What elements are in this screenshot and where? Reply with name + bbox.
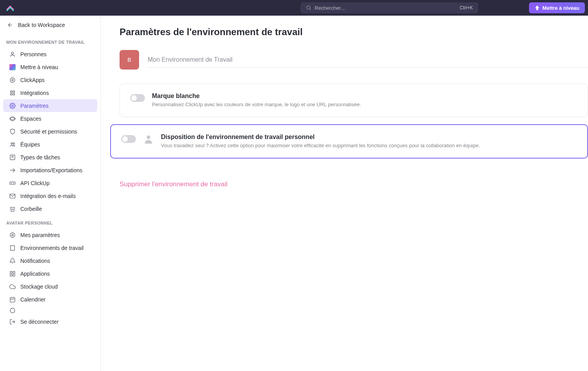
sidebar-item-integrations[interactable]: Intégrations [3, 86, 97, 99]
svg-point-6 [12, 105, 13, 107]
sidebar-item-trash[interactable]: Corbeille [3, 202, 97, 215]
setting-title: Disposition de l'environnement de travai… [161, 134, 577, 141]
page-title: Paramètres de l'environnement de travail [120, 27, 588, 37]
setting-description: Personnalisez ClickUp avec les couleurs … [152, 101, 577, 108]
sidebar-item-api[interactable]: API ClickUp [3, 177, 97, 189]
sidebar-item-cloud[interactable]: Stockage cloud [3, 280, 97, 293]
puzzle-icon [9, 90, 16, 96]
workspace-identity-row: B [120, 50, 588, 70]
svg-point-16 [13, 183, 14, 183]
back-to-workspace[interactable]: Back to Workspace [0, 16, 100, 34]
sidebar-item-settings[interactable]: Paramètres [3, 99, 97, 112]
sidebar-item-calendar[interactable]: Calendrier [3, 293, 97, 306]
svg-point-4 [12, 79, 13, 81]
arrow-left-icon [7, 22, 13, 28]
shield-icon [9, 128, 16, 135]
import-export-icon [9, 167, 16, 173]
setting-title: Marque blanche [152, 93, 577, 100]
app-logo-icon[interactable] [5, 3, 15, 12]
upgrade-label: Mettre à niveau [542, 5, 579, 11]
person-icon [9, 51, 16, 57]
search-icon [306, 5, 311, 11]
planet-icon [9, 116, 16, 122]
sidebar-item-mysettings[interactable]: Mes paramètres [3, 228, 97, 241]
upgrade-button[interactable]: Mettre à niveau [529, 2, 585, 13]
svg-rect-25 [13, 271, 15, 273]
svg-rect-20 [11, 246, 15, 250]
setting-whitelabel: Marque blanche Personnalisez ClickUp ave… [120, 84, 588, 117]
building-icon [9, 245, 16, 251]
person-silhouette-icon [143, 134, 154, 144]
grid-icon [9, 271, 16, 277]
sidebar-item-teams[interactable]: Équipes [3, 138, 97, 151]
svg-point-3 [11, 52, 13, 54]
calendar-icon [9, 296, 16, 303]
upgrade-icon [534, 5, 540, 11]
sidebar-item-security[interactable]: Sécurité et permissions [3, 125, 97, 138]
workspace-avatar[interactable]: B [120, 50, 139, 70]
setting-description: Vous travaillez seul ? Activez cette opt… [161, 142, 577, 149]
svg-point-7 [11, 116, 15, 121]
search-shortcut: Ctrl+K [460, 5, 473, 11]
main-content: Paramètres de l'environnement de travail… [101, 16, 588, 371]
svg-point-9 [11, 143, 13, 144]
svg-rect-14 [10, 182, 15, 184]
svg-rect-26 [10, 274, 12, 276]
sidebar: Back to Workspace MON ENVIRONNEMENT DE T… [0, 16, 101, 371]
workspace-name-input[interactable] [148, 52, 588, 68]
setting-personal-layout: Disposition de l'environnement de travai… [110, 124, 588, 159]
sidebar-section-workspace: MON ENVIRONNEMENT DE TRAVAIL [0, 34, 100, 48]
svg-point-0 [307, 6, 310, 9]
logout-icon [9, 319, 16, 325]
item-icon [9, 307, 16, 314]
svg-point-18 [12, 234, 13, 236]
sidebar-item-logout[interactable]: Se déconnecter [3, 315, 97, 328]
sidebar-item-upgrade[interactable]: Mettre à niveau [3, 61, 97, 73]
team-icon [9, 141, 16, 148]
sidebar-item-clickapps[interactable]: ClickApps [3, 73, 97, 86]
personal-layout-toggle[interactable] [121, 135, 136, 143]
svg-line-1 [310, 9, 311, 10]
sidebar-item-notifications[interactable]: Notifications [3, 254, 97, 267]
svg-point-15 [11, 183, 12, 183]
svg-rect-27 [13, 274, 15, 276]
sidebar-item-email[interactable]: Intégration des e-mails [3, 189, 97, 202]
sidebar-item-apps[interactable]: Applications [3, 267, 97, 280]
apps-icon [9, 77, 16, 83]
sidebar-item-spaces[interactable]: Espaces [3, 112, 97, 125]
cloud-icon [9, 284, 16, 290]
bell-icon [9, 258, 16, 264]
svg-point-5 [10, 78, 15, 82]
gear-icon [9, 232, 16, 238]
svg-point-19 [10, 233, 15, 237]
sidebar-item-truncated[interactable] [3, 306, 97, 315]
delete-workspace-link[interactable]: Supprimer l'environnement de travail [120, 180, 227, 188]
sidebar-item-importexport[interactable]: Importations/Exportations [3, 164, 97, 177]
sidebar-item-people[interactable]: Personnes [3, 48, 97, 61]
whitelabel-toggle[interactable] [130, 94, 145, 102]
svg-point-34 [147, 136, 150, 139]
svg-rect-28 [10, 297, 15, 302]
back-label: Back to Workspace [18, 22, 65, 28]
topbar: Rechercher... Ctrl+K Mettre à niveau [0, 0, 588, 16]
gear-icon [9, 103, 16, 109]
svg-point-32 [10, 308, 15, 313]
search-placeholder: Rechercher... [315, 5, 459, 11]
tasktype-icon [9, 154, 16, 161]
upgrade-gradient-icon [9, 64, 16, 70]
sidebar-item-tasktypes[interactable]: Types de tâches [3, 151, 97, 164]
mail-icon [9, 193, 16, 199]
svg-rect-24 [10, 271, 12, 273]
global-search[interactable]: Rechercher... Ctrl+K [300, 2, 478, 13]
trash-icon [9, 206, 16, 212]
svg-point-10 [13, 143, 14, 144]
api-icon [9, 180, 16, 186]
sidebar-section-personal: AVATAR PERSONNEL [0, 215, 100, 228]
sidebar-item-workspaces[interactable]: Environnements de travail [3, 241, 97, 254]
